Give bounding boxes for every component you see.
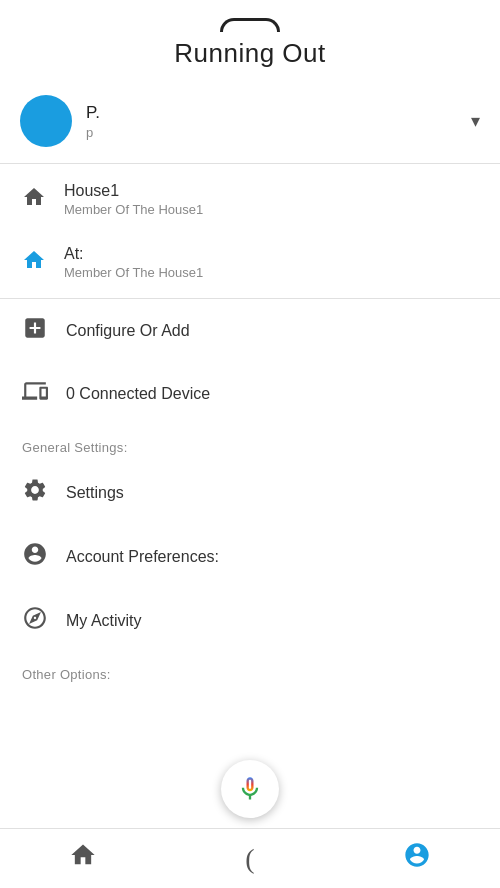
- profile-row[interactable]: P. p ▾: [0, 79, 500, 163]
- home-blue-icon: [22, 248, 46, 278]
- home-gray-icon: [22, 185, 46, 215]
- my-activity-label: My Activity: [66, 612, 142, 630]
- compass-icon: [22, 605, 48, 637]
- house-1-role: Member Of The House1: [64, 202, 203, 217]
- other-options-header: Other Options:: [0, 653, 500, 688]
- configure-add-item[interactable]: Configure Or Add: [0, 299, 500, 362]
- configure-icon: [22, 315, 48, 346]
- account-preferences-label: Account Preferences:: [66, 548, 219, 566]
- avatar: [20, 95, 72, 147]
- house-item-2[interactable]: At: Member Of The House1: [0, 231, 500, 294]
- nav-home[interactable]: [0, 829, 167, 888]
- nav-back[interactable]: (: [167, 829, 334, 888]
- configure-label: Configure Or Add: [66, 322, 190, 340]
- account-preferences-item[interactable]: Account Preferences:: [0, 525, 500, 589]
- house-list: House1 Member Of The House1 At: Member O…: [0, 164, 500, 298]
- nav-account[interactable]: [333, 829, 500, 888]
- connected-devices-label: 0 Connected Device: [66, 385, 210, 403]
- house-1-info: House1 Member Of The House1: [64, 182, 203, 217]
- mic-icon: [236, 775, 264, 803]
- nav-back-icon: (: [245, 843, 254, 875]
- connected-devices-item[interactable]: 0 Connected Device: [0, 362, 500, 426]
- connected-devices-icon: [22, 378, 48, 410]
- house-2-role: Member Of The House1: [64, 265, 203, 280]
- profile-info: P. p: [86, 103, 471, 140]
- settings-label: Settings: [66, 484, 124, 502]
- bottom-nav: (: [0, 828, 500, 888]
- header-arc: [220, 18, 280, 32]
- nav-home-icon: [69, 841, 97, 876]
- house-2-name: At:: [64, 245, 203, 263]
- chevron-down-icon: ▾: [471, 110, 480, 132]
- account-circle-icon: [22, 541, 48, 573]
- my-activity-item[interactable]: My Activity: [0, 589, 500, 653]
- house-2-info: At: Member Of The House1: [64, 245, 203, 280]
- profile-name: P.: [86, 103, 471, 123]
- header: Running Out: [0, 0, 500, 79]
- settings-item[interactable]: Settings: [0, 461, 500, 525]
- house-item-1[interactable]: House1 Member Of The House1: [0, 168, 500, 231]
- general-settings-header: General Settings:: [0, 426, 500, 461]
- nav-account-icon: [403, 841, 431, 876]
- house-1-name: House1: [64, 182, 203, 200]
- voice-button[interactable]: [221, 760, 279, 818]
- profile-sub: p: [86, 125, 471, 140]
- settings-icon: [22, 477, 48, 509]
- header-title: Running Out: [174, 38, 325, 68]
